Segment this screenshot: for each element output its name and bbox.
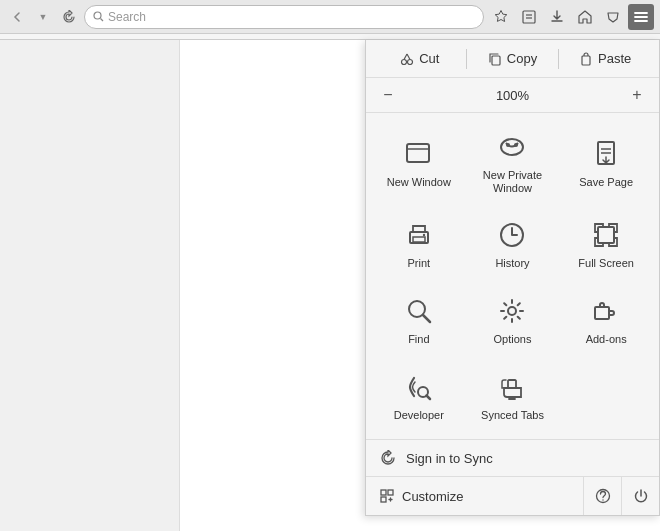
reload-button[interactable]: [58, 6, 80, 28]
save-page-label: Save Page: [579, 176, 633, 189]
dropdown-button[interactable]: ▼: [32, 6, 54, 28]
new-window-icon: [401, 136, 437, 172]
svg-line-11: [407, 54, 410, 60]
full-screen-label: Full Screen: [578, 257, 634, 270]
svg-rect-13: [582, 56, 590, 65]
svg-point-40: [602, 500, 603, 501]
history-label: History: [495, 257, 529, 270]
svg-point-24: [423, 234, 425, 236]
customize-label: Customize: [402, 489, 463, 504]
options-button[interactable]: Options: [468, 283, 558, 355]
copy-icon: [488, 52, 502, 66]
history-icon: [494, 217, 530, 253]
menu-button[interactable]: [628, 4, 654, 30]
add-ons-button[interactable]: Add-ons: [561, 283, 651, 355]
paste-icon: [579, 52, 593, 66]
svg-point-29: [508, 307, 516, 315]
copy-button[interactable]: Copy: [467, 46, 559, 71]
svg-rect-23: [413, 237, 425, 242]
customize-button[interactable]: Customize: [366, 479, 583, 514]
back-button[interactable]: [6, 6, 28, 28]
home-icon[interactable]: [572, 4, 598, 30]
developer-icon: [401, 369, 437, 405]
browser-toolbar: ▼ Search: [0, 0, 660, 34]
full-screen-button[interactable]: Full Screen: [561, 207, 651, 279]
options-label: Options: [494, 333, 532, 346]
hamburger-icon: [634, 10, 648, 24]
add-ons-label: Add-ons: [586, 333, 627, 346]
svg-rect-35: [388, 490, 393, 495]
svg-rect-33: [508, 380, 516, 388]
new-private-window-button[interactable]: New Private Window: [468, 121, 558, 203]
help-icon: [595, 488, 611, 504]
sign-in-to-sync-button[interactable]: Sign in to Sync: [366, 440, 659, 477]
print-button[interactable]: Print: [374, 207, 464, 279]
zoom-out-button[interactable]: −: [374, 82, 402, 108]
svg-rect-30: [595, 307, 609, 319]
toolbar-icons: [488, 4, 654, 30]
cut-icon: [400, 52, 414, 66]
page-area: Cut Copy Paste − 100% +: [0, 40, 660, 531]
zoom-value: 100%: [402, 88, 623, 103]
synced-tabs-icon: [494, 369, 530, 405]
copy-label: Copy: [507, 51, 537, 66]
paste-label: Paste: [598, 51, 631, 66]
full-screen-icon: [588, 217, 624, 253]
cut-label: Cut: [419, 51, 439, 66]
developer-label: Developer: [394, 409, 444, 422]
zoom-in-button[interactable]: +: [623, 82, 651, 108]
find-button[interactable]: Find: [374, 283, 464, 355]
svg-line-28: [423, 315, 430, 322]
menu-grid: New Window New Private Window Save Page: [366, 113, 659, 440]
svg-rect-26: [598, 227, 614, 243]
sign-in-label: Sign in to Sync: [406, 451, 493, 466]
edit-row: Cut Copy Paste: [366, 40, 659, 78]
help-button[interactable]: [583, 477, 621, 515]
new-window-label: New Window: [387, 176, 451, 189]
svg-point-8: [402, 59, 407, 64]
svg-point-17: [506, 143, 510, 147]
new-private-window-icon: [494, 129, 530, 165]
print-icon: [401, 217, 437, 253]
save-page-button[interactable]: Save Page: [561, 121, 651, 203]
new-private-window-label: New Private Window: [472, 169, 554, 195]
history-button[interactable]: History: [468, 207, 558, 279]
svg-rect-2: [523, 11, 535, 23]
svg-line-1: [101, 19, 104, 22]
downloads-icon[interactable]: [544, 4, 570, 30]
print-label: Print: [408, 257, 431, 270]
svg-point-0: [94, 12, 101, 19]
svg-rect-14: [407, 144, 429, 162]
bookmarks-icon[interactable]: [488, 4, 514, 30]
paste-button[interactable]: Paste: [559, 46, 651, 71]
svg-rect-12: [492, 56, 500, 65]
new-window-button[interactable]: New Window: [374, 121, 464, 203]
find-label: Find: [408, 333, 429, 346]
pocket-icon[interactable]: [600, 4, 626, 30]
firefox-menu-panel: Cut Copy Paste − 100% +: [365, 40, 660, 516]
search-icon: [93, 11, 104, 22]
menu-bottom-bar: Customize: [366, 477, 659, 515]
developer-button[interactable]: Developer: [374, 359, 464, 431]
power-icon: [633, 488, 649, 504]
add-ons-icon: [588, 293, 624, 329]
svg-rect-36: [381, 497, 386, 502]
synced-tabs-label: Synced Tabs: [481, 409, 544, 422]
search-bar[interactable]: Search: [84, 5, 484, 29]
sidebar: [0, 40, 180, 531]
options-icon: [494, 293, 530, 329]
search-placeholder: Search: [108, 10, 146, 24]
svg-point-18: [514, 143, 518, 147]
sync-icon: [380, 450, 396, 466]
cut-button[interactable]: Cut: [374, 46, 466, 71]
save-page-icon: [588, 136, 624, 172]
synced-tabs-button[interactable]: Synced Tabs: [468, 359, 558, 431]
svg-line-10: [404, 54, 407, 60]
zoom-row: − 100% +: [366, 78, 659, 113]
svg-line-32: [426, 395, 430, 399]
find-icon: [401, 293, 437, 329]
power-button[interactable]: [621, 477, 659, 515]
svg-rect-34: [381, 490, 386, 495]
customize-icon: [380, 489, 394, 503]
reading-list-icon[interactable]: [516, 4, 542, 30]
